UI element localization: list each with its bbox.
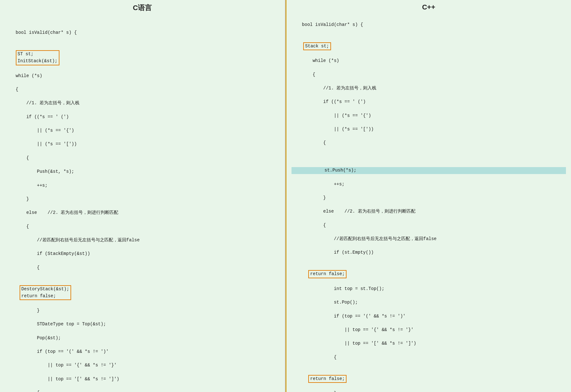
code-line: { bbox=[16, 87, 18, 92]
code-line: while (*s) bbox=[302, 58, 339, 63]
code-line: { bbox=[16, 390, 40, 392]
code-line: while (*s) bbox=[16, 73, 42, 78]
code-line: Push(&st, *s); bbox=[16, 169, 74, 174]
code-line: if (st.Empty()) bbox=[302, 250, 374, 255]
code-line: Pop(&st); bbox=[16, 335, 61, 341]
code-line: || top == '{' && *s != '}' bbox=[302, 327, 414, 332]
code-line: //若匹配到右括号后无左括号与之匹配，返回false bbox=[16, 238, 140, 243]
code-line-highlighted: st.Push(*s); bbox=[292, 167, 566, 174]
code-line: { bbox=[16, 265, 40, 270]
code-line: //1. 若为左括号，则入栈 bbox=[16, 100, 80, 106]
code-line: || top == '[' && *s != ']') bbox=[302, 341, 416, 346]
code-line: ++s; bbox=[302, 182, 344, 187]
code-line: || (*s == '[')) bbox=[16, 142, 77, 147]
code-line: } bbox=[302, 195, 326, 200]
code-line: { bbox=[16, 155, 29, 160]
highlight-group-r1: Stack st; bbox=[303, 42, 331, 51]
code-line: ++s; bbox=[16, 183, 48, 188]
code-line: if ((*s == ' (') bbox=[302, 99, 366, 104]
code-line: } bbox=[16, 308, 40, 313]
code-line: } bbox=[16, 196, 29, 202]
code-line: //若匹配到右括号后无左括号与之匹配，返回false bbox=[302, 236, 437, 241]
highlight-group-1: ST st;InitStack(&st); bbox=[16, 50, 59, 65]
code-line: bool isValid(char* s) { bbox=[16, 30, 77, 35]
code-line: else //2. 若为右括号，则进行判断匹配 bbox=[16, 210, 119, 215]
code-line: { bbox=[302, 223, 326, 228]
code-line: STDateType top = Top(&st); bbox=[16, 322, 106, 327]
left-panel: C语言 bool isValid(char* s) { ST st;InitSt… bbox=[0, 0, 286, 392]
code-line: { bbox=[16, 224, 29, 229]
code-line: { bbox=[302, 72, 315, 77]
code-line: st.Pop(); bbox=[302, 300, 358, 305]
highlight-group-r3: return false; bbox=[308, 375, 347, 383]
left-panel-title: C语言 bbox=[5, 3, 280, 13]
left-code-block: bool isValid(char* s) { ST st;InitStack(… bbox=[5, 16, 280, 392]
code-line: if (top == '(' && *s != ')' bbox=[302, 314, 406, 319]
highlight-group-2: DestoryStack(&st);return false; bbox=[20, 285, 71, 300]
code-line: if (top == '(' && *s != ')' bbox=[16, 349, 109, 354]
code-line: { bbox=[302, 355, 336, 360]
code-line: if (StackEmpty(&st)) bbox=[16, 251, 90, 256]
code-line: || top == '{' && *s != '}' bbox=[16, 363, 117, 368]
code-line: || (*s == '[')) bbox=[302, 127, 374, 132]
code-line: int top = st.Top(); bbox=[302, 286, 384, 291]
code-line: //1. 若为左括号，则入栈 bbox=[302, 86, 376, 91]
code-line: else //2. 若为右括号，则进行判断匹配 bbox=[302, 209, 415, 214]
highlight-group-r2: return false; bbox=[308, 270, 347, 278]
code-line: || (*s == '{') bbox=[16, 128, 74, 133]
code-line: { bbox=[302, 140, 326, 145]
code-line: || (*s == '{') bbox=[302, 113, 371, 118]
code-line: if ((*s == ' (') bbox=[16, 114, 69, 119]
code-line: || top == '[' && *s != ']') bbox=[16, 377, 120, 382]
code-line: } bbox=[302, 391, 336, 392]
right-panel-title: C++ bbox=[292, 3, 566, 11]
right-panel: C++ bool isValid(char* s) { Stack st; wh… bbox=[286, 0, 571, 392]
code-line: bool isValid(char* s) { bbox=[302, 22, 363, 27]
right-code-block: bool isValid(char* s) { Stack st; while … bbox=[292, 15, 566, 392]
